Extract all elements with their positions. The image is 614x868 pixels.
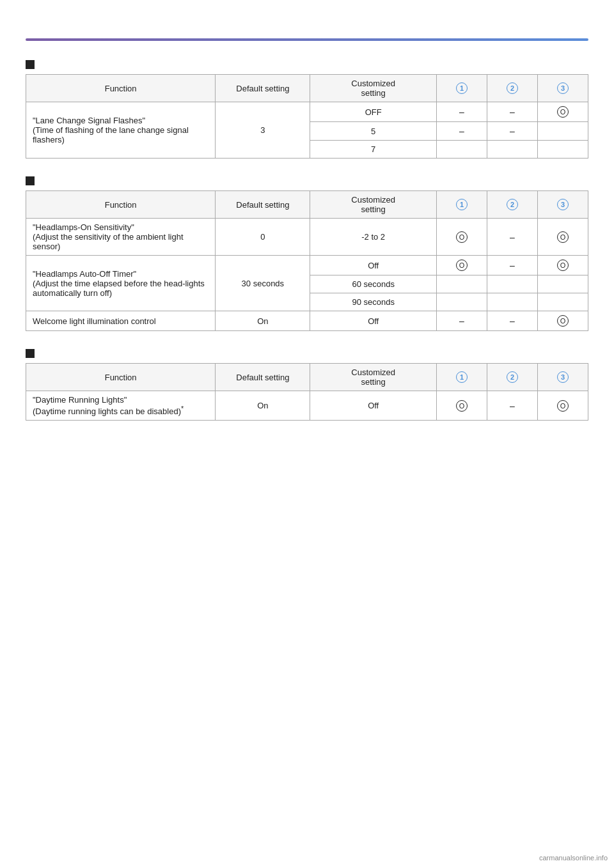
function-cell-2-2: "Headlamps Auto-Off Timer"(Adjust the ti… [26, 256, 216, 311]
th-col3-3: 3 [537, 364, 588, 391]
circle-3-t3: 3 [557, 371, 569, 383]
th-col2-2: 2 [487, 191, 537, 219]
default-cell-2-1: 0 [216, 219, 310, 256]
circle-o: O [557, 260, 569, 271]
circle-1-t2: 1 [456, 199, 468, 210]
th-col2-3: 2 [487, 364, 537, 391]
dash: – [459, 316, 464, 326]
custom-val-1-3: 7 [310, 141, 437, 159]
circle-o: O [557, 400, 569, 412]
col1-1-2: – [436, 122, 487, 141]
col2-2-3: – [487, 311, 537, 331]
th-default-1: Default setting [216, 75, 310, 102]
circle-o: O [456, 400, 468, 412]
dash: – [510, 260, 515, 270]
circle-2-t1: 2 [507, 82, 518, 94]
col3-2-3: O [537, 311, 588, 331]
col2-1-1: – [487, 102, 537, 122]
custom-val-2-2b: 60 seconds [310, 275, 437, 293]
th-col1-1: 1 [436, 75, 487, 102]
section-square-2 [26, 176, 35, 185]
section-square-3 [26, 349, 35, 358]
th-customized-1: Customizedsetting [310, 75, 437, 102]
col3-2-1: O [537, 219, 588, 256]
dash: – [510, 232, 515, 242]
table-row: "Headlamps-On Sensitivity"(Adjust the se… [26, 219, 588, 256]
section-header-1 [26, 60, 588, 69]
dash: – [510, 126, 515, 136]
circle-2-t3: 2 [507, 371, 518, 383]
col1-2-2b [436, 275, 487, 293]
custom-val-2-2c: 90 seconds [310, 293, 437, 311]
section-2: Function Default setting Customizedsetti… [26, 176, 588, 331]
dash: – [459, 107, 464, 117]
th-customized-3: Customizedsetting [310, 364, 437, 391]
custom-val-1-1: OFF [310, 102, 437, 122]
col1-2-1: O [436, 219, 487, 256]
dash: – [510, 107, 515, 117]
dash: – [510, 401, 515, 411]
th-function-2: Function [26, 191, 216, 219]
circle-o: O [456, 260, 468, 271]
col3-3-1: O [537, 391, 588, 421]
function-cell-1: "Lane Change Signal Flashes"(Time of fla… [26, 102, 216, 159]
col3-2-2b [537, 275, 588, 293]
col1-2-2c [436, 293, 487, 311]
custom-val-2-1: -2 to 2 [310, 219, 437, 256]
col3-2-2a: O [537, 256, 588, 275]
section-1: Function Default setting Customizedsetti… [26, 60, 588, 159]
th-default-3: Default setting [216, 364, 310, 391]
section-header-2 [26, 176, 588, 185]
custom-val-1-2: 5 [310, 122, 437, 141]
circle-1-t3: 1 [456, 371, 468, 383]
default-cell-2-3: On [216, 311, 310, 331]
section-header-3 [26, 349, 588, 358]
col2-2-2a: – [487, 256, 537, 275]
function-cell-2-3: Welcome light illumination control [26, 311, 216, 331]
default-cell-2-2: 30 seconds [216, 256, 310, 311]
table-row: "Daytime Running Lights"(Daytime running… [26, 391, 588, 421]
table-row: "Lane Change Signal Flashes"(Time of fla… [26, 102, 588, 122]
circle-3-t2: 3 [557, 199, 569, 210]
circle-o: O [557, 231, 569, 243]
col3-1-3 [537, 141, 588, 159]
table-1: Function Default setting Customizedsetti… [26, 74, 588, 159]
table-3: Function Default setting Customizedsetti… [26, 363, 588, 421]
circle-o: O [456, 231, 468, 243]
dash: – [510, 316, 515, 326]
custom-val-2-3: Off [310, 311, 437, 331]
col2-2-1: – [487, 219, 537, 256]
col1-2-2a: O [436, 256, 487, 275]
col2-2-2b [487, 275, 537, 293]
col3-1-2 [537, 122, 588, 141]
custom-val-3-1: Off [310, 391, 437, 421]
page-container: Function Default setting Customizedsetti… [26, 13, 588, 421]
custom-val-2-2a: Off [310, 256, 437, 275]
circle-3-t1: 3 [557, 82, 569, 94]
col3-2-2c [537, 293, 588, 311]
circle-1-t1: 1 [456, 82, 468, 94]
function-cell-3-1: "Daytime Running Lights"(Daytime running… [26, 391, 216, 421]
col3-1-1: O [537, 102, 588, 122]
th-col2-1: 2 [487, 75, 537, 102]
default-cell-1: 3 [216, 102, 310, 159]
table-row: Welcome light illumination control On Of… [26, 311, 588, 331]
col2-1-2: – [487, 122, 537, 141]
col1-2-3: – [436, 311, 487, 331]
table-row: "Headlamps Auto-Off Timer"(Adjust the ti… [26, 256, 588, 275]
circle-o: O [557, 315, 569, 327]
dash: – [459, 126, 464, 136]
accent-bar [26, 38, 588, 41]
circle-2-t2: 2 [507, 199, 518, 210]
th-function-1: Function [26, 75, 216, 102]
table-2: Function Default setting Customizedsetti… [26, 190, 588, 331]
th-col1-3: 1 [436, 364, 487, 391]
col1-1-1: – [436, 102, 487, 122]
section-square-1 [26, 60, 35, 69]
section-3: Function Default setting Customizedsetti… [26, 349, 588, 421]
circle-o: O [557, 106, 569, 118]
col1-3-1: O [436, 391, 487, 421]
th-function-3: Function [26, 364, 216, 391]
col2-1-3 [487, 141, 537, 159]
function-cell-2-1: "Headlamps-On Sensitivity"(Adjust the se… [26, 219, 216, 256]
